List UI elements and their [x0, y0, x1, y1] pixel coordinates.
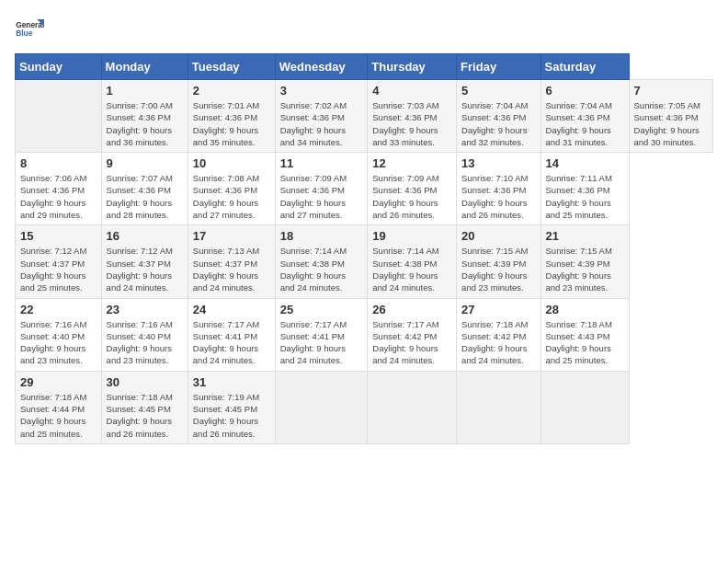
day-info: Sunrise: 7:14 AMSunset: 4:38 PMDaylight:… — [372, 245, 451, 293]
week-row-3: 22 Sunrise: 7:16 AMSunset: 4:40 PMDaylig… — [16, 298, 713, 371]
day-info: Sunrise: 7:17 AMSunset: 4:41 PMDaylight:… — [280, 318, 363, 367]
day-info: Sunrise: 7:14 AMSunset: 4:38 PMDaylight:… — [280, 245, 363, 293]
calendar-cell: 16 Sunrise: 7:12 AMSunset: 4:37 PMDaylig… — [101, 225, 188, 298]
day-number: 8 — [20, 156, 97, 170]
calendar-cell — [16, 80, 102, 153]
calendar-cell: 14 Sunrise: 7:11 AMSunset: 4:36 PMDaylig… — [540, 153, 629, 225]
logo-icon: General Blue — [15, 15, 44, 44]
day-number: 24 — [193, 303, 270, 316]
day-info: Sunrise: 7:13 AMSunset: 4:37 PMDaylight:… — [193, 245, 270, 293]
calendar-cell: 6 Sunrise: 7:04 AMSunset: 4:36 PMDayligh… — [540, 80, 629, 153]
day-number: 5 — [461, 84, 535, 98]
day-header-wednesday: Wednesday — [275, 54, 368, 80]
day-info: Sunrise: 7:17 AMSunset: 4:42 PMDaylight:… — [372, 318, 451, 367]
day-number: 23 — [107, 303, 183, 316]
day-number: 14 — [546, 156, 624, 170]
calendar-cell: 11 Sunrise: 7:09 AMSunset: 4:36 PMDaylig… — [275, 153, 368, 225]
day-number: 1 — [107, 84, 183, 98]
day-info: Sunrise: 7:19 AMSunset: 4:45 PMDaylight:… — [193, 391, 270, 440]
calendar-cell: 4 Sunrise: 7:03 AMSunset: 4:36 PMDayligh… — [368, 80, 457, 153]
svg-text:Blue: Blue — [16, 29, 32, 38]
calendar-cell: 29 Sunrise: 7:18 AMSunset: 4:44 PMDaylig… — [16, 371, 102, 443]
calendar-cell: 20 Sunrise: 7:15 AMSunset: 4:39 PMDaylig… — [457, 225, 540, 298]
day-info: Sunrise: 7:17 AMSunset: 4:41 PMDaylight:… — [193, 318, 270, 367]
day-info: Sunrise: 7:12 AMSunset: 4:37 PMDaylight:… — [20, 245, 97, 293]
calendar-cell: 7 Sunrise: 7:05 AMSunset: 4:36 PMDayligh… — [629, 80, 712, 153]
day-info: Sunrise: 7:04 AMSunset: 4:36 PMDaylight:… — [461, 99, 535, 148]
day-header-tuesday: Tuesday — [188, 54, 275, 80]
day-info: Sunrise: 7:16 AMSunset: 4:40 PMDaylight:… — [20, 318, 97, 367]
week-row-1: 8 Sunrise: 7:06 AMSunset: 4:36 PMDayligh… — [16, 153, 713, 225]
calendar-cell: 19 Sunrise: 7:14 AMSunset: 4:38 PMDaylig… — [368, 225, 457, 298]
calendar-cell: 18 Sunrise: 7:14 AMSunset: 4:38 PMDaylig… — [275, 225, 368, 298]
day-number: 21 — [546, 229, 624, 243]
day-info: Sunrise: 7:05 AMSunset: 4:36 PMDaylight:… — [634, 99, 708, 148]
calendar-cell — [275, 371, 368, 443]
calendar-cell: 9 Sunrise: 7:07 AMSunset: 4:36 PMDayligh… — [101, 153, 188, 225]
calendar-cell: 1 Sunrise: 7:00 AMSunset: 4:36 PMDayligh… — [101, 80, 188, 153]
header: General Blue — [15, 15, 713, 44]
day-number: 4 — [372, 84, 451, 98]
calendar-table: SundayMondayTuesdayWednesdayThursdayFrid… — [15, 53, 713, 444]
calendar-cell: 31 Sunrise: 7:19 AMSunset: 4:45 PMDaylig… — [188, 371, 275, 443]
day-info: Sunrise: 7:07 AMSunset: 4:36 PMDaylight:… — [107, 172, 183, 221]
day-number: 13 — [461, 156, 535, 170]
calendar-cell: 26 Sunrise: 7:17 AMSunset: 4:42 PMDaylig… — [368, 298, 457, 371]
calendar-cell: 12 Sunrise: 7:09 AMSunset: 4:36 PMDaylig… — [368, 153, 457, 225]
calendar-cell: 23 Sunrise: 7:16 AMSunset: 4:40 PMDaylig… — [101, 298, 188, 371]
day-number: 19 — [372, 229, 451, 243]
day-info: Sunrise: 7:18 AMSunset: 4:44 PMDaylight:… — [20, 391, 97, 440]
day-number: 2 — [193, 84, 270, 98]
day-number: 10 — [193, 156, 270, 170]
day-number: 26 — [372, 303, 451, 316]
day-header-sunday: Sunday — [16, 54, 102, 80]
day-info: Sunrise: 7:02 AMSunset: 4:36 PMDaylight:… — [280, 99, 363, 148]
calendar-cell — [457, 371, 540, 443]
calendar-cell: 13 Sunrise: 7:10 AMSunset: 4:36 PMDaylig… — [457, 153, 540, 225]
day-number: 18 — [280, 229, 363, 243]
calendar-cell: 27 Sunrise: 7:18 AMSunset: 4:42 PMDaylig… — [457, 298, 540, 371]
logo: General Blue — [15, 15, 44, 44]
day-number: 6 — [546, 84, 624, 98]
day-info: Sunrise: 7:10 AMSunset: 4:36 PMDaylight:… — [461, 172, 535, 221]
week-row-4: 29 Sunrise: 7:18 AMSunset: 4:44 PMDaylig… — [16, 371, 713, 443]
day-number: 7 — [634, 84, 708, 98]
day-info: Sunrise: 7:03 AMSunset: 4:36 PMDaylight:… — [372, 99, 451, 148]
day-info: Sunrise: 7:09 AMSunset: 4:36 PMDaylight:… — [280, 172, 363, 221]
day-number: 31 — [193, 375, 270, 389]
calendar-cell: 30 Sunrise: 7:18 AMSunset: 4:45 PMDaylig… — [101, 371, 188, 443]
calendar-cell: 22 Sunrise: 7:16 AMSunset: 4:40 PMDaylig… — [16, 298, 102, 371]
day-number: 15 — [20, 229, 97, 243]
day-number: 28 — [546, 303, 624, 316]
day-info: Sunrise: 7:11 AMSunset: 4:36 PMDaylight:… — [546, 172, 624, 221]
calendar-cell: 24 Sunrise: 7:17 AMSunset: 4:41 PMDaylig… — [188, 298, 275, 371]
week-row-0: 1 Sunrise: 7:00 AMSunset: 4:36 PMDayligh… — [16, 80, 713, 153]
day-info: Sunrise: 7:01 AMSunset: 4:36 PMDaylight:… — [193, 99, 270, 148]
calendar-cell: 28 Sunrise: 7:18 AMSunset: 4:43 PMDaylig… — [540, 298, 629, 371]
calendar-cell — [368, 371, 457, 443]
calendar-cell: 25 Sunrise: 7:17 AMSunset: 4:41 PMDaylig… — [275, 298, 368, 371]
calendar-cell: 17 Sunrise: 7:13 AMSunset: 4:37 PMDaylig… — [188, 225, 275, 298]
day-header-saturday: Saturday — [540, 54, 629, 80]
day-number: 20 — [461, 229, 535, 243]
calendar-cell: 21 Sunrise: 7:15 AMSunset: 4:39 PMDaylig… — [540, 225, 629, 298]
day-info: Sunrise: 7:12 AMSunset: 4:37 PMDaylight:… — [107, 245, 183, 293]
day-number: 22 — [20, 303, 97, 316]
week-row-2: 15 Sunrise: 7:12 AMSunset: 4:37 PMDaylig… — [16, 225, 713, 298]
day-number: 3 — [280, 84, 363, 98]
day-info: Sunrise: 7:09 AMSunset: 4:36 PMDaylight:… — [372, 172, 451, 221]
day-info: Sunrise: 7:04 AMSunset: 4:36 PMDaylight:… — [546, 99, 624, 148]
calendar-cell — [540, 371, 629, 443]
day-number: 30 — [107, 375, 183, 389]
day-info: Sunrise: 7:18 AMSunset: 4:43 PMDaylight:… — [546, 318, 624, 367]
calendar-header-row: SundayMondayTuesdayWednesdayThursdayFrid… — [16, 54, 713, 80]
calendar-cell: 3 Sunrise: 7:02 AMSunset: 4:36 PMDayligh… — [275, 80, 368, 153]
day-number: 11 — [280, 156, 363, 170]
calendar-cell: 5 Sunrise: 7:04 AMSunset: 4:36 PMDayligh… — [457, 80, 540, 153]
day-info: Sunrise: 7:16 AMSunset: 4:40 PMDaylight:… — [107, 318, 183, 367]
day-number: 25 — [280, 303, 363, 316]
day-header-friday: Friday — [457, 54, 540, 80]
calendar-cell: 10 Sunrise: 7:08 AMSunset: 4:36 PMDaylig… — [188, 153, 275, 225]
day-number: 9 — [107, 156, 183, 170]
day-info: Sunrise: 7:00 AMSunset: 4:36 PMDaylight:… — [107, 99, 183, 148]
